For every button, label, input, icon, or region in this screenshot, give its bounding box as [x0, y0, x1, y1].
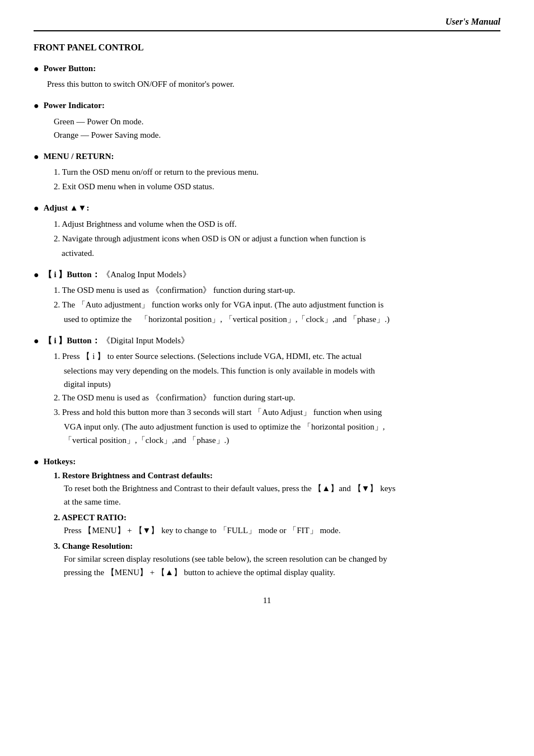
i-button-digital-post: 《Digital Input Models》: [102, 336, 189, 345]
section-power-indicator: ● Power Indicator: Green — Power On mode…: [34, 100, 500, 141]
hotkey-resolution-title: 3. Change Resolution:: [54, 542, 500, 551]
section-menu-return: ● MENU / RETURN: 1. Turn the OSD menu on…: [34, 151, 500, 193]
bullet-dot-7: ●: [34, 456, 39, 468]
power-indicator-orange: Orange — Power Saving mode.: [54, 128, 500, 142]
i-analog-item2-cont: used to optimize the 「horizontal positio…: [64, 312, 500, 326]
i-analog-item2: 2. The 「Auto adjustment」 function works …: [54, 298, 500, 311]
adjust-item2: 2. Navigate through adjustment icons whe…: [54, 232, 500, 245]
bullet-i-digital: ● 【 i 】Button： 《Digital Input Models》: [34, 335, 500, 347]
power-button-label: Power Button:: [44, 63, 96, 74]
bullet-power-indicator: ● Power Indicator:: [34, 100, 500, 112]
manual-title: User's Manual: [446, 17, 500, 27]
hotkey-resolution-content: For similar screen display resolutions (…: [64, 552, 500, 566]
i-digital-item3c: 「vertical position」,「clock」,and 「phase」.…: [64, 433, 500, 447]
i-button-analog-label: 【 i 】Button： 《Analog Input Models》: [44, 269, 191, 281]
page-header: User's Manual: [34, 17, 500, 31]
hotkey-restore-content: To reset both the Brightness and Contras…: [64, 482, 500, 495]
bullet-power-button: ● Power Button:: [34, 63, 500, 75]
power-button-content: Press this button to switch ON/OFF of mo…: [47, 77, 500, 91]
section-power-button: ● Power Button: Press this button to swi…: [34, 63, 500, 91]
adjust-item2-text: 2. Navigate through adjustment icons whe…: [54, 234, 366, 243]
hotkey-restore-title: 1. Restore Brightness and Contrast defau…: [54, 471, 500, 480]
section-adjust: ● Adjust ▲▼: 1. Adjust Brightness and vo…: [34, 202, 500, 259]
bullet-dot-6: ●: [34, 335, 39, 347]
hotkeys-content: 1. Restore Brightness and Contrast defau…: [54, 471, 500, 579]
power-indicator-label: Power Indicator:: [44, 100, 105, 111]
menu-return-item1: 1. Turn the OSD menu on/off or return to…: [54, 165, 500, 179]
i-digital-item3b: VGA input only. (The auto adjustment fun…: [64, 420, 500, 433]
i-digital-item3: 3. Press and hold this button more than …: [54, 405, 500, 419]
adjust-item1: 1. Adjust Brightness and volume when the…: [54, 217, 500, 231]
hotkey-restore: 1. Restore Brightness and Contrast defau…: [54, 471, 500, 508]
hotkey-aspect-ratio: 2. ASPECT RATIO: Press 【MENU】 + 【▼】 key …: [54, 513, 500, 537]
menu-return-item2: 2. Exit OSD menu when in volume OSD stat…: [54, 180, 500, 193]
bullet-dot-5: ●: [34, 269, 39, 281]
page-number: 11: [34, 596, 500, 605]
bullet-hotkeys: ● Hotkeys:: [34, 456, 500, 468]
i-button-analog-post: 《Analog Input Models》: [102, 270, 190, 279]
i-digital-item1b: selections may very depending on the mod…: [64, 364, 500, 377]
bullet-menu-return: ● MENU / RETURN:: [34, 151, 500, 163]
page-title: FRONT PANEL CONTROL: [34, 43, 500, 53]
hotkey-aspect-title: 2. ASPECT RATIO:: [54, 513, 500, 522]
i-analog-item1: 1. The OSD menu is used as 《confirmation…: [54, 283, 500, 297]
menu-return-label: MENU / RETURN:: [44, 151, 114, 162]
section-i-button-digital: ● 【 i 】Button： 《Digital Input Models》 1.…: [34, 335, 500, 447]
hotkey-restore-text: To reset both the Brightness and Contras…: [64, 484, 396, 493]
i-digital-item1: 1. Press 【 i 】 to enter Source selection…: [54, 349, 500, 363]
i-button-digital-pre: 【 i 】Button：: [44, 336, 100, 345]
i-button-digital-label: 【 i 】Button： 《Digital Input Models》: [44, 335, 189, 347]
bullet-i-analog: ● 【 i 】Button： 《Analog Input Models》: [34, 269, 500, 281]
power-indicator-green: Green — Power On mode.: [54, 115, 500, 128]
hotkey-resolution-content2: pressing the 【MENU】 + 【▲】 button to achi…: [64, 566, 500, 579]
bullet-dot-4: ●: [34, 202, 39, 214]
i-digital-item2: 2. The OSD menu is used as 《confirmation…: [54, 391, 500, 404]
i-digital-item1c: digital inputs): [64, 377, 500, 391]
adjust-item2b: activated.: [62, 246, 500, 260]
section-i-button-analog: ● 【 i 】Button： 《Analog Input Models》 1. …: [34, 269, 500, 326]
i-button-analog-pre: 【 i 】Button：: [44, 270, 100, 279]
hotkey-aspect-content: Press 【MENU】 + 【▼】 key to change to 「FUL…: [64, 524, 500, 537]
bullet-dot-2: ●: [34, 100, 39, 112]
hotkeys-label: Hotkeys:: [44, 456, 76, 468]
hotkey-change-resolution: 3. Change Resolution: For similar screen…: [54, 542, 500, 579]
section-hotkeys: ● Hotkeys: 1. Restore Brightness and Con…: [34, 456, 500, 578]
bullet-dot-3: ●: [34, 151, 39, 163]
adjust-label: Adjust ▲▼:: [44, 202, 90, 214]
bullet-adjust: ● Adjust ▲▼:: [34, 202, 500, 214]
bullet-dot: ●: [34, 63, 39, 75]
hotkey-restore-content2: at the same time.: [64, 495, 500, 508]
